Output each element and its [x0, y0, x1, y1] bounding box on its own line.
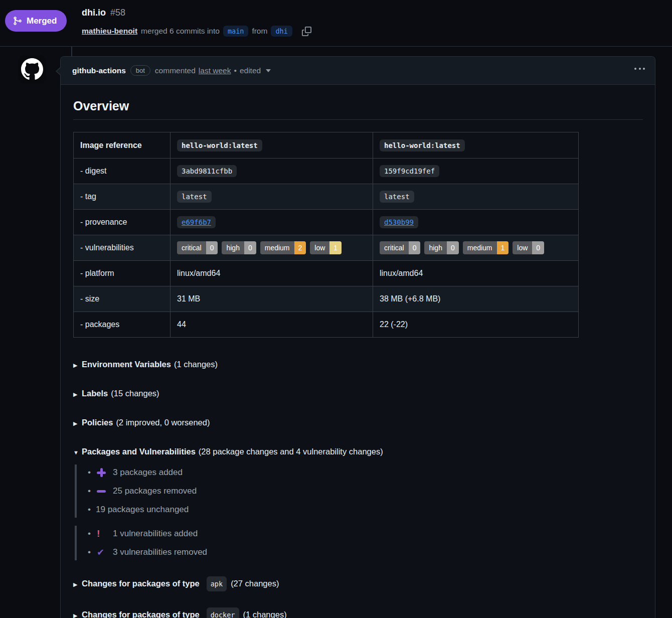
size-value-1: 31 MB — [171, 286, 373, 312]
severity-badge: medium2 — [260, 241, 306, 254]
dot-separator: • — [234, 66, 236, 75]
collapsed-marker-icon: ▶ — [73, 388, 82, 400]
merged-status-badge: Merged — [5, 10, 67, 32]
image-comparison-table: Image reference hello-world:latest hello… — [73, 132, 579, 338]
vulnerability-badges-1: critical0 high0 medium2 low1 — [177, 241, 366, 254]
collapsed-marker-icon: ▶ — [73, 359, 82, 371]
plus-icon — [97, 468, 106, 477]
overview-heading: Overview — [73, 99, 643, 120]
copy-icon — [302, 27, 311, 36]
exclamation-icon: ! — [97, 528, 100, 539]
size-value-2: 38 MB (+6.8 MB) — [373, 286, 579, 312]
image1-header: hello-world:latest — [171, 132, 373, 159]
table-row-vulnerabilities: - vulnerabilities critical0 high0 medium… — [74, 235, 579, 261]
comment-header: github-actions bot commented last week •… — [61, 57, 655, 85]
commented-text: commented — [155, 66, 196, 75]
comment-card: github-actions bot commented last week •… — [60, 56, 655, 618]
pr-author-link[interactable]: mathieu-benoit — [82, 27, 137, 36]
collapsed-marker-icon: ▶ — [73, 417, 82, 429]
edited-dropdown-caret-icon[interactable] — [266, 69, 271, 75]
table-row-packages: - packages 44 22 (-22) — [74, 312, 579, 338]
severity-badge: critical0 — [177, 241, 218, 254]
list-item: • ! 1 vulnerabilities added — [77, 528, 643, 540]
pr-header: Merged dhi.io #58 mathieu-benoit merged … — [0, 0, 672, 47]
col-label-header: Image reference — [74, 132, 171, 159]
collapsed-marker-icon: ▶ — [73, 609, 82, 618]
packages-value-2: 22 (-22) — [373, 312, 579, 338]
from-text: from — [252, 27, 267, 36]
minus-icon — [97, 490, 106, 493]
git-merge-icon — [13, 16, 22, 26]
image2-header: hello-world:latest — [373, 132, 579, 159]
tag-value-1: latest — [177, 191, 212, 203]
comment-author-link[interactable]: github-actions — [72, 66, 126, 75]
list-item: • 19 packages unchanged — [77, 504, 643, 516]
digest-value-1: 3abd9811cfbb — [177, 165, 237, 177]
check-icon: ✔ — [97, 547, 104, 558]
table-header-row: Image reference hello-world:latest hello… — [74, 132, 579, 159]
digest-value-2: 159f9cd19fef — [380, 165, 439, 177]
package-changes-blockquote: • 3 packages added • 25 packages removed… — [75, 465, 643, 518]
merge-description: merged 6 commits into — [141, 27, 220, 36]
apk-type-badge: apk — [207, 576, 227, 591]
octocat-icon — [21, 58, 43, 80]
vulnerability-changes-blockquote: • ! 1 vulnerabilities added • ✔ 3 vulner… — [75, 526, 643, 560]
pr-number: #58 — [110, 8, 125, 18]
severity-badge: medium1 — [463, 241, 509, 254]
table-row-tag: - tag latest latest — [74, 184, 579, 210]
comment-timestamp-link[interactable]: last week — [199, 66, 231, 75]
provenance-link-2[interactable]: d530b99 — [384, 218, 414, 226]
expanded-marker-icon: ▼ — [73, 446, 82, 458]
pr-conversation-page: Merged dhi.io #58 mathieu-benoit merged … — [0, 0, 672, 618]
section-packages-vulnerabilities[interactable]: ▼ Packages and Vulnerabilities (28 packa… — [73, 445, 643, 458]
section-apk-changes[interactable]: ▶ Changes for packages of type apk (27 c… — [73, 576, 643, 591]
platform-value-1: linux/amd64 — [171, 261, 373, 286]
copy-branch-button[interactable] — [302, 27, 311, 36]
tag-value-2: latest — [380, 191, 414, 203]
table-row-provenance: - provenance e69f6b7 d530b99 — [74, 210, 579, 235]
comment-body: Overview Image reference hello-world:lat… — [61, 85, 655, 618]
head-branch-badge[interactable]: dhi — [271, 26, 292, 37]
severity-badge: high0 — [222, 241, 256, 254]
comment-options-kebab-icon[interactable] — [634, 68, 645, 70]
packages-value-1: 44 — [171, 312, 373, 338]
table-row-size: - size 31 MB 38 MB (+6.8 MB) — [74, 286, 579, 312]
pr-title: dhi.io — [82, 8, 106, 18]
severity-badge: critical0 — [380, 241, 420, 254]
collapsed-marker-icon: ▶ — [73, 578, 82, 590]
section-policies[interactable]: ▶ Policies (2 improved, 0 worsened) — [73, 416, 643, 429]
severity-badge: low1 — [310, 241, 342, 254]
bot-badge: bot — [130, 65, 150, 76]
timeline-connector — [71, 47, 72, 56]
edited-label: edited — [240, 66, 261, 75]
table-row-platform: - platform linux/amd64 linux/amd64 — [74, 261, 579, 286]
section-docker-changes[interactable]: ▶ Changes for packages of type docker (1… — [73, 607, 643, 618]
provenance-link-1[interactable]: e69f6b7 — [182, 218, 211, 226]
platform-value-2: linux/amd64 — [373, 261, 579, 286]
vulnerability-badges-2: critical0 high0 medium1 low0 — [380, 241, 572, 254]
github-actions-avatar[interactable] — [18, 55, 46, 83]
severity-badge: low0 — [513, 241, 544, 254]
docker-type-badge: docker — [207, 607, 239, 618]
list-item: • 25 packages removed — [77, 485, 643, 497]
merged-label: Merged — [27, 16, 57, 26]
section-labels[interactable]: ▶ Labels (15 changes) — [73, 387, 643, 400]
list-item: • 3 packages added — [77, 467, 643, 479]
section-environment-variables[interactable]: ▶ Environment Variables (1 changes) — [73, 358, 643, 371]
list-item: • ✔ 3 vulnerabilities removed — [77, 546, 643, 558]
severity-badge: high0 — [424, 241, 458, 254]
table-row-digest: - digest 3abd9811cfbb 159f9cd19fef — [74, 159, 579, 184]
base-branch-badge[interactable]: main — [223, 26, 249, 37]
